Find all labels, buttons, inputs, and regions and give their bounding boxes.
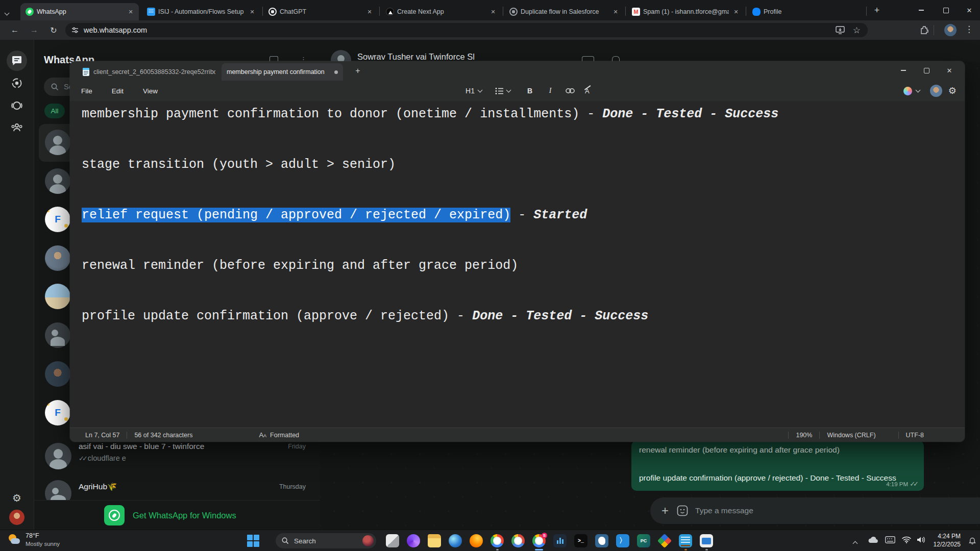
list-dropdown[interactable] — [492, 83, 513, 98]
browser-toolbar: ← → ↻ web.whatsapp.com ☆ ⋮ — [0, 20, 980, 40]
onedrive-cloud-icon[interactable] — [868, 536, 878, 543]
vscode-icon[interactable]: 〉 — [616, 534, 629, 547]
filter-all-pill[interactable]: All — [44, 104, 65, 118]
site-settings-icon[interactable] — [71, 27, 79, 34]
composer-placeholder[interactable]: Type a message — [695, 506, 753, 515]
diagram-tool-icon[interactable] — [658, 534, 671, 547]
pycharm-icon[interactable]: PC — [637, 534, 650, 547]
notification-bell-icon[interactable] — [969, 537, 976, 545]
copilot-button[interactable] — [900, 83, 923, 98]
tab-create-next-app[interactable]: Create Next App ✕ — [381, 3, 501, 20]
new-tab-button[interactable]: + — [871, 4, 883, 16]
account-avatar[interactable] — [930, 85, 942, 97]
chat-list-item[interactable]: AgriHub🌾 Thursday — [39, 476, 315, 500]
conversation-name[interactable]: Sowrav Tusher vai Twinforce Sl — [357, 52, 475, 62]
chrome-profile3-active-icon[interactable]: S — [532, 534, 546, 547]
heading-style-dropdown[interactable]: H1 — [462, 83, 485, 98]
widgets-app-icon[interactable] — [386, 534, 399, 547]
tab-profile[interactable]: Profile — [747, 3, 865, 20]
attach-plus-icon[interactable]: + — [662, 504, 669, 518]
chrome-profile1-icon[interactable] — [491, 534, 504, 547]
loop-app-icon[interactable] — [407, 534, 420, 547]
settings-gear-icon[interactable]: ⚙ — [7, 488, 27, 508]
tab-whatsapp[interactable]: WhatsApp ✕ — [20, 3, 139, 20]
browser-minimize-button[interactable] — [914, 4, 929, 16]
volume-icon[interactable] — [917, 536, 926, 543]
notepad-close-button[interactable]: ✕ — [942, 64, 957, 77]
chat-avatar[interactable] — [45, 284, 70, 309]
chat-avatar[interactable] — [45, 130, 70, 155]
bullet-list-icon — [495, 87, 503, 94]
menu-edit[interactable]: Edit — [106, 84, 130, 98]
chat-avatar[interactable] — [45, 245, 70, 271]
close-tab-icon[interactable]: ✕ — [732, 8, 740, 16]
browser-menu-kebab-icon[interactable]: ⋮ — [965, 24, 973, 35]
notepad-maximize-button[interactable] — [919, 64, 934, 77]
file-explorer-icon[interactable] — [428, 534, 441, 547]
sticker-emoji-icon[interactable] — [677, 505, 688, 516]
forward-icon[interactable]: → — [29, 24, 40, 36]
taskbar-search-box[interactable]: Search — [276, 533, 376, 548]
extensions-icon[interactable] — [920, 26, 929, 35]
chat-list-item[interactable]: asif vai - diu swe - blue 7 - twinforce … — [39, 439, 315, 473]
italic-button[interactable]: I — [542, 83, 558, 98]
chrome-profile2-icon[interactable] — [511, 534, 525, 547]
start-button-icon[interactable] — [247, 535, 260, 547]
notepad-tab-membership[interactable]: membership payment confirmation — [222, 63, 343, 81]
notepad-new-tab-button[interactable]: + — [352, 65, 363, 77]
task-manager-icon[interactable] — [553, 534, 567, 547]
tab-chatgpt[interactable]: ChatGPT ✕ — [263, 3, 378, 20]
text-editor-area[interactable]: membership payment confirmation to donor… — [70, 101, 965, 428]
chat-avatar[interactable] — [45, 361, 70, 387]
notepad-settings-gear-icon[interactable]: ⚙ — [948, 85, 957, 96]
close-tab-icon[interactable]: ✕ — [248, 8, 256, 16]
menu-view[interactable]: View — [137, 84, 164, 98]
bookmark-star-icon[interactable]: ☆ — [853, 25, 861, 36]
tab-isij[interactable]: ISIJ - Automation/Flows Setup - ✕ — [142, 3, 260, 20]
tab-search-chevron-icon[interactable] — [5, 8, 9, 17]
status-tab-icon[interactable] — [7, 73, 27, 93]
chat-avatar[interactable] — [45, 322, 70, 348]
edge-browser-icon[interactable] — [449, 534, 462, 547]
close-tab-icon[interactable]: ✕ — [127, 8, 135, 16]
bold-button[interactable]: B — [522, 83, 538, 98]
profile-avatar[interactable] — [7, 507, 27, 528]
browser-close-button[interactable]: ✕ — [962, 4, 977, 16]
address-bar[interactable]: web.whatsapp.com ☆ — [65, 23, 868, 37]
close-tab-icon[interactable]: ✕ — [365, 8, 374, 16]
close-tab-icon[interactable]: ✕ — [489, 8, 497, 16]
message-composer[interactable]: + Type a message — [650, 497, 980, 524]
chat-avatar[interactable]: F — [45, 207, 70, 232]
communities-tab-icon[interactable] — [7, 117, 27, 138]
clock-widget[interactable]: 4:24 PM 12/2/2025 — [934, 533, 961, 548]
chats-tab-icon[interactable] — [7, 51, 27, 71]
display-app-icon[interactable] — [700, 534, 713, 547]
notepad-tab-client-secret[interactable]: client_secret_2_60053885332-2reqe52rribc — [78, 63, 220, 81]
browser-restore-button[interactable] — [938, 4, 953, 16]
wifi-icon[interactable] — [902, 536, 911, 543]
tab-salesforce-flow[interactable]: Duplicate flow in Salesforce ✕ — [504, 3, 624, 20]
clear-formatting-button[interactable]: A — [582, 83, 593, 98]
tray-chevron-up-icon[interactable] — [853, 538, 857, 547]
notepad-minimize-button[interactable] — [896, 64, 911, 77]
insert-link-button[interactable] — [562, 83, 578, 98]
close-tab-icon[interactable]: ✕ — [611, 8, 620, 16]
chat-avatar[interactable]: F — [45, 400, 70, 425]
back-icon[interactable]: ← — [9, 24, 20, 36]
touch-keyboard-icon[interactable] — [885, 536, 895, 543]
zoom-level[interactable]: 190% — [796, 432, 812, 439]
notes-app-icon[interactable] — [679, 534, 692, 547]
firefox-browser-icon[interactable] — [470, 534, 483, 547]
get-whatsapp-banner[interactable]: Get WhatsApp for Windows — [34, 500, 320, 530]
chat-avatar[interactable] — [45, 168, 70, 194]
install-app-icon[interactable] — [836, 26, 845, 34]
url-text[interactable]: web.whatsapp.com — [84, 26, 147, 34]
terminal-icon[interactable]: >_ — [574, 534, 587, 547]
postgresql-icon[interactable] — [595, 534, 608, 547]
menu-file[interactable]: File — [75, 84, 99, 98]
browser-profile-avatar[interactable] — [944, 24, 957, 36]
channels-tab-icon[interactable] — [7, 95, 27, 116]
weather-widget[interactable]: 78°F Mostly sunny — [7, 532, 60, 547]
reload-icon[interactable]: ↻ — [48, 24, 59, 36]
tab-gmail-spam[interactable]: M Spam (1) - ishann.tforce@gmai ✕ — [627, 3, 744, 20]
